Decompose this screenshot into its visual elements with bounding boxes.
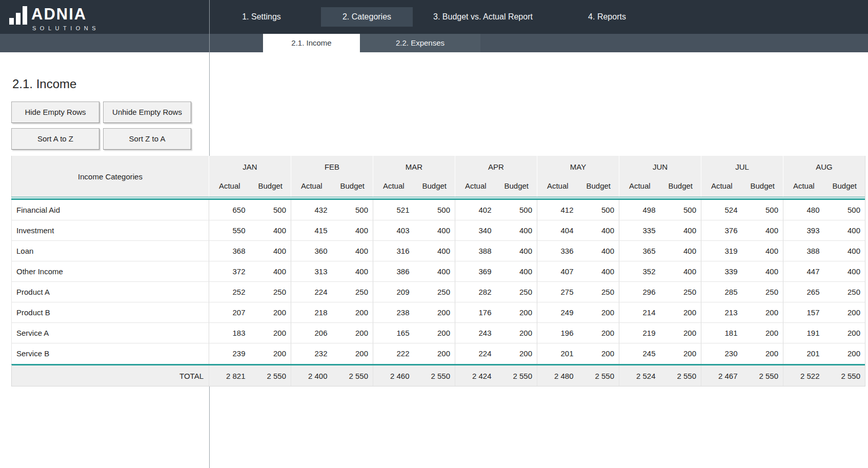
budget-cell[interactable]: 200 <box>578 343 619 364</box>
actual-cell[interactable]: 402 <box>455 200 496 220</box>
actual-cell[interactable]: 407 <box>537 261 578 281</box>
sort-a-to-z-button[interactable]: Sort A to Z <box>11 128 99 150</box>
actual-cell[interactable]: 218 <box>291 302 332 322</box>
actual-cell[interactable]: 447 <box>783 261 824 281</box>
tab-categories[interactable]: 2. Categories <box>321 7 413 27</box>
actual-cell[interactable]: 252 <box>209 282 250 302</box>
budget-cell[interactable]: 400 <box>496 261 537 281</box>
budget-cell[interactable]: 500 <box>250 200 291 220</box>
actual-cell[interactable]: 412 <box>537 200 578 220</box>
budget-cell[interactable]: 500 <box>660 200 701 220</box>
actual-cell[interactable]: 191 <box>783 323 824 343</box>
actual-cell[interactable]: 245 <box>619 343 660 364</box>
actual-cell[interactable]: 316 <box>373 241 414 261</box>
actual-cell[interactable]: 201 <box>537 343 578 364</box>
tab-expenses[interactable]: 2.2. Expenses <box>360 34 480 52</box>
budget-cell[interactable]: 200 <box>742 343 783 364</box>
category-cell[interactable]: Loan <box>12 241 209 261</box>
budget-cell[interactable]: 500 <box>578 200 619 220</box>
budget-cell[interactable]: 250 <box>414 282 455 302</box>
actual-cell[interactable]: 524 <box>701 200 742 220</box>
budget-cell[interactable]: 500 <box>824 200 865 220</box>
actual-cell[interactable]: 335 <box>619 220 660 240</box>
sort-z-to-a-button[interactable]: Sort Z to A <box>103 128 191 150</box>
budget-cell[interactable]: 250 <box>742 282 783 302</box>
budget-cell[interactable]: 250 <box>332 282 373 302</box>
budget-cell[interactable]: 400 <box>742 241 783 261</box>
budget-cell[interactable]: 400 <box>578 261 619 281</box>
actual-cell[interactable]: 285 <box>701 282 742 302</box>
budget-cell[interactable]: 200 <box>414 323 455 343</box>
budget-cell[interactable]: 500 <box>414 200 455 220</box>
actual-cell[interactable]: 376 <box>701 220 742 240</box>
actual-cell[interactable]: 480 <box>783 200 824 220</box>
actual-cell[interactable]: 201 <box>783 343 824 364</box>
budget-cell[interactable]: 500 <box>496 200 537 220</box>
budget-cell[interactable]: 200 <box>824 343 865 364</box>
budget-cell[interactable]: 400 <box>332 241 373 261</box>
budget-cell[interactable]: 200 <box>824 323 865 343</box>
budget-cell[interactable]: 400 <box>660 220 701 240</box>
actual-cell[interactable]: 238 <box>373 302 414 322</box>
actual-cell[interactable]: 243 <box>455 323 496 343</box>
actual-cell[interactable]: 214 <box>619 302 660 322</box>
actual-cell[interactable]: 183 <box>209 323 250 343</box>
actual-cell[interactable]: 224 <box>455 343 496 364</box>
actual-cell[interactable]: 393 <box>783 220 824 240</box>
budget-cell[interactable]: 200 <box>578 302 619 322</box>
actual-cell[interactable]: 265 <box>783 282 824 302</box>
budget-cell[interactable]: 400 <box>824 261 865 281</box>
budget-cell[interactable]: 200 <box>742 323 783 343</box>
budget-cell[interactable]: 200 <box>496 343 537 364</box>
actual-cell[interactable]: 498 <box>619 200 660 220</box>
actual-cell[interactable]: 388 <box>455 241 496 261</box>
actual-cell[interactable]: 336 <box>537 241 578 261</box>
budget-cell[interactable]: 200 <box>332 343 373 364</box>
budget-cell[interactable]: 250 <box>824 282 865 302</box>
actual-cell[interactable]: 404 <box>537 220 578 240</box>
actual-cell[interactable]: 196 <box>537 323 578 343</box>
category-cell[interactable]: Other Income <box>12 261 209 281</box>
actual-cell[interactable]: 181 <box>701 323 742 343</box>
actual-cell[interactable]: 352 <box>619 261 660 281</box>
budget-cell[interactable]: 400 <box>578 220 619 240</box>
budget-cell[interactable]: 200 <box>578 323 619 343</box>
budget-cell[interactable]: 400 <box>250 220 291 240</box>
actual-cell[interactable]: 296 <box>619 282 660 302</box>
actual-cell[interactable]: 249 <box>537 302 578 322</box>
actual-cell[interactable]: 222 <box>373 343 414 364</box>
hide-empty-rows-button[interactable]: Hide Empty Rows <box>11 101 99 123</box>
budget-cell[interactable]: 250 <box>250 282 291 302</box>
budget-cell[interactable]: 400 <box>742 220 783 240</box>
actual-cell[interactable]: 239 <box>209 343 250 364</box>
category-cell[interactable]: Service B <box>12 343 209 364</box>
tab-reports[interactable]: 4. Reports <box>566 0 648 34</box>
budget-cell[interactable]: 200 <box>332 302 373 322</box>
actual-cell[interactable]: 650 <box>209 200 250 220</box>
budget-cell[interactable]: 400 <box>250 261 291 281</box>
actual-cell[interactable]: 432 <box>291 200 332 220</box>
actual-cell[interactable]: 209 <box>373 282 414 302</box>
budget-cell[interactable]: 500 <box>332 200 373 220</box>
budget-cell[interactable]: 400 <box>496 241 537 261</box>
category-cell[interactable]: Investment <box>12 220 209 240</box>
budget-cell[interactable]: 200 <box>496 302 537 322</box>
budget-cell[interactable]: 250 <box>496 282 537 302</box>
budget-cell[interactable]: 200 <box>660 343 701 364</box>
category-cell[interactable]: Product A <box>12 282 209 302</box>
actual-cell[interactable]: 369 <box>455 261 496 281</box>
actual-cell[interactable]: 386 <box>373 261 414 281</box>
budget-cell[interactable]: 250 <box>660 282 701 302</box>
actual-cell[interactable]: 213 <box>701 302 742 322</box>
budget-cell[interactable]: 400 <box>660 261 701 281</box>
actual-cell[interactable]: 550 <box>209 220 250 240</box>
budget-cell[interactable]: 400 <box>332 261 373 281</box>
budget-cell[interactable]: 400 <box>414 220 455 240</box>
actual-cell[interactable]: 415 <box>291 220 332 240</box>
category-cell[interactable]: Product B <box>12 302 209 322</box>
budget-cell[interactable]: 400 <box>414 241 455 261</box>
actual-cell[interactable]: 165 <box>373 323 414 343</box>
tab-settings[interactable]: 1. Settings <box>220 0 302 34</box>
budget-cell[interactable]: 200 <box>660 323 701 343</box>
actual-cell[interactable]: 207 <box>209 302 250 322</box>
